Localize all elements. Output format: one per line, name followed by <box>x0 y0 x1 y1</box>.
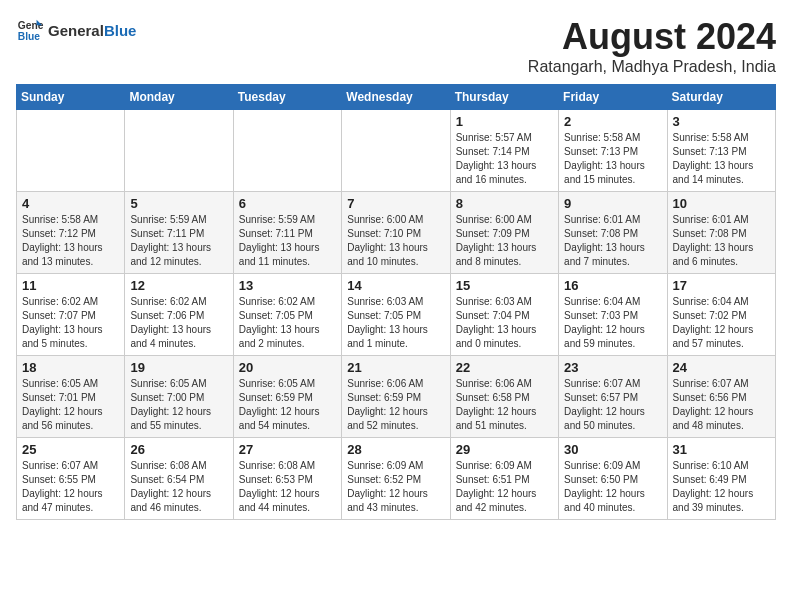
day-number: 17 <box>673 278 770 293</box>
day-number: 13 <box>239 278 336 293</box>
day-info: Sunrise: 6:06 AM Sunset: 6:59 PM Dayligh… <box>347 377 444 433</box>
day-number: 3 <box>673 114 770 129</box>
col-header-saturday: Saturday <box>667 85 775 110</box>
calendar-cell: 5Sunrise: 5:59 AM Sunset: 7:11 PM Daylig… <box>125 192 233 274</box>
day-number: 25 <box>22 442 119 457</box>
day-number: 20 <box>239 360 336 375</box>
day-info: Sunrise: 6:02 AM Sunset: 7:06 PM Dayligh… <box>130 295 227 351</box>
calendar-cell: 12Sunrise: 6:02 AM Sunset: 7:06 PM Dayli… <box>125 274 233 356</box>
col-header-monday: Monday <box>125 85 233 110</box>
day-info: Sunrise: 6:05 AM Sunset: 6:59 PM Dayligh… <box>239 377 336 433</box>
month-year-title: August 2024 <box>528 16 776 58</box>
calendar-cell: 28Sunrise: 6:09 AM Sunset: 6:52 PM Dayli… <box>342 438 450 520</box>
day-info: Sunrise: 6:01 AM Sunset: 7:08 PM Dayligh… <box>673 213 770 269</box>
day-info: Sunrise: 6:08 AM Sunset: 6:53 PM Dayligh… <box>239 459 336 515</box>
day-number: 31 <box>673 442 770 457</box>
day-number: 27 <box>239 442 336 457</box>
calendar-cell: 3Sunrise: 5:58 AM Sunset: 7:13 PM Daylig… <box>667 110 775 192</box>
day-info: Sunrise: 6:05 AM Sunset: 7:01 PM Dayligh… <box>22 377 119 433</box>
day-info: Sunrise: 6:02 AM Sunset: 7:05 PM Dayligh… <box>239 295 336 351</box>
day-number: 2 <box>564 114 661 129</box>
day-info: Sunrise: 6:07 AM Sunset: 6:56 PM Dayligh… <box>673 377 770 433</box>
col-header-wednesday: Wednesday <box>342 85 450 110</box>
logo-general: General <box>48 22 104 39</box>
calendar-cell: 19Sunrise: 6:05 AM Sunset: 7:00 PM Dayli… <box>125 356 233 438</box>
calendar-cell: 1Sunrise: 5:57 AM Sunset: 7:14 PM Daylig… <box>450 110 558 192</box>
day-number: 15 <box>456 278 553 293</box>
day-info: Sunrise: 6:01 AM Sunset: 7:08 PM Dayligh… <box>564 213 661 269</box>
calendar-cell: 29Sunrise: 6:09 AM Sunset: 6:51 PM Dayli… <box>450 438 558 520</box>
day-number: 24 <box>673 360 770 375</box>
calendar-week-row: 4Sunrise: 5:58 AM Sunset: 7:12 PM Daylig… <box>17 192 776 274</box>
calendar-cell: 11Sunrise: 6:02 AM Sunset: 7:07 PM Dayli… <box>17 274 125 356</box>
day-info: Sunrise: 6:09 AM Sunset: 6:51 PM Dayligh… <box>456 459 553 515</box>
day-number: 16 <box>564 278 661 293</box>
calendar-week-row: 11Sunrise: 6:02 AM Sunset: 7:07 PM Dayli… <box>17 274 776 356</box>
day-info: Sunrise: 6:09 AM Sunset: 6:50 PM Dayligh… <box>564 459 661 515</box>
day-info: Sunrise: 5:59 AM Sunset: 7:11 PM Dayligh… <box>130 213 227 269</box>
logo-icon: General Blue <box>16 16 44 44</box>
calendar-cell: 7Sunrise: 6:00 AM Sunset: 7:10 PM Daylig… <box>342 192 450 274</box>
day-info: Sunrise: 5:58 AM Sunset: 7:13 PM Dayligh… <box>564 131 661 187</box>
calendar-cell: 25Sunrise: 6:07 AM Sunset: 6:55 PM Dayli… <box>17 438 125 520</box>
day-info: Sunrise: 5:58 AM Sunset: 7:12 PM Dayligh… <box>22 213 119 269</box>
calendar-cell: 24Sunrise: 6:07 AM Sunset: 6:56 PM Dayli… <box>667 356 775 438</box>
svg-text:Blue: Blue <box>18 31 41 42</box>
col-header-friday: Friday <box>559 85 667 110</box>
calendar-cell: 15Sunrise: 6:03 AM Sunset: 7:04 PM Dayli… <box>450 274 558 356</box>
calendar-week-row: 25Sunrise: 6:07 AM Sunset: 6:55 PM Dayli… <box>17 438 776 520</box>
calendar-cell: 6Sunrise: 5:59 AM Sunset: 7:11 PM Daylig… <box>233 192 341 274</box>
day-number: 21 <box>347 360 444 375</box>
calendar-cell: 14Sunrise: 6:03 AM Sunset: 7:05 PM Dayli… <box>342 274 450 356</box>
logo: General Blue GeneralBlue <box>16 16 136 44</box>
day-info: Sunrise: 6:00 AM Sunset: 7:09 PM Dayligh… <box>456 213 553 269</box>
day-info: Sunrise: 6:00 AM Sunset: 7:10 PM Dayligh… <box>347 213 444 269</box>
day-number: 18 <box>22 360 119 375</box>
page-header: General Blue GeneralBlue August 2024 Rat… <box>16 16 776 76</box>
day-number: 19 <box>130 360 227 375</box>
day-number: 30 <box>564 442 661 457</box>
calendar-cell: 13Sunrise: 6:02 AM Sunset: 7:05 PM Dayli… <box>233 274 341 356</box>
day-info: Sunrise: 5:58 AM Sunset: 7:13 PM Dayligh… <box>673 131 770 187</box>
calendar-table: SundayMondayTuesdayWednesdayThursdayFrid… <box>16 84 776 520</box>
calendar-cell: 30Sunrise: 6:09 AM Sunset: 6:50 PM Dayli… <box>559 438 667 520</box>
col-header-tuesday: Tuesday <box>233 85 341 110</box>
calendar-cell: 23Sunrise: 6:07 AM Sunset: 6:57 PM Dayli… <box>559 356 667 438</box>
calendar-cell: 10Sunrise: 6:01 AM Sunset: 7:08 PM Dayli… <box>667 192 775 274</box>
calendar-cell: 27Sunrise: 6:08 AM Sunset: 6:53 PM Dayli… <box>233 438 341 520</box>
logo-blue: Blue <box>104 22 137 39</box>
day-number: 29 <box>456 442 553 457</box>
calendar-cell <box>125 110 233 192</box>
day-number: 6 <box>239 196 336 211</box>
day-number: 8 <box>456 196 553 211</box>
day-info: Sunrise: 6:06 AM Sunset: 6:58 PM Dayligh… <box>456 377 553 433</box>
day-number: 12 <box>130 278 227 293</box>
day-number: 1 <box>456 114 553 129</box>
calendar-cell <box>342 110 450 192</box>
location-subtitle: Ratangarh, Madhya Pradesh, India <box>528 58 776 76</box>
calendar-header-row: SundayMondayTuesdayWednesdayThursdayFrid… <box>17 85 776 110</box>
day-info: Sunrise: 6:09 AM Sunset: 6:52 PM Dayligh… <box>347 459 444 515</box>
day-number: 28 <box>347 442 444 457</box>
calendar-cell <box>233 110 341 192</box>
calendar-cell: 16Sunrise: 6:04 AM Sunset: 7:03 PM Dayli… <box>559 274 667 356</box>
day-info: Sunrise: 5:57 AM Sunset: 7:14 PM Dayligh… <box>456 131 553 187</box>
day-info: Sunrise: 6:04 AM Sunset: 7:02 PM Dayligh… <box>673 295 770 351</box>
calendar-cell: 22Sunrise: 6:06 AM Sunset: 6:58 PM Dayli… <box>450 356 558 438</box>
day-info: Sunrise: 6:03 AM Sunset: 7:04 PM Dayligh… <box>456 295 553 351</box>
day-number: 10 <box>673 196 770 211</box>
day-number: 23 <box>564 360 661 375</box>
day-number: 4 <box>22 196 119 211</box>
day-info: Sunrise: 5:59 AM Sunset: 7:11 PM Dayligh… <box>239 213 336 269</box>
day-info: Sunrise: 6:07 AM Sunset: 6:57 PM Dayligh… <box>564 377 661 433</box>
calendar-cell: 17Sunrise: 6:04 AM Sunset: 7:02 PM Dayli… <box>667 274 775 356</box>
calendar-cell: 21Sunrise: 6:06 AM Sunset: 6:59 PM Dayli… <box>342 356 450 438</box>
calendar-cell: 26Sunrise: 6:08 AM Sunset: 6:54 PM Dayli… <box>125 438 233 520</box>
calendar-cell: 4Sunrise: 5:58 AM Sunset: 7:12 PM Daylig… <box>17 192 125 274</box>
calendar-cell: 20Sunrise: 6:05 AM Sunset: 6:59 PM Dayli… <box>233 356 341 438</box>
col-header-sunday: Sunday <box>17 85 125 110</box>
day-info: Sunrise: 6:07 AM Sunset: 6:55 PM Dayligh… <box>22 459 119 515</box>
calendar-week-row: 18Sunrise: 6:05 AM Sunset: 7:01 PM Dayli… <box>17 356 776 438</box>
day-number: 7 <box>347 196 444 211</box>
calendar-cell: 18Sunrise: 6:05 AM Sunset: 7:01 PM Dayli… <box>17 356 125 438</box>
